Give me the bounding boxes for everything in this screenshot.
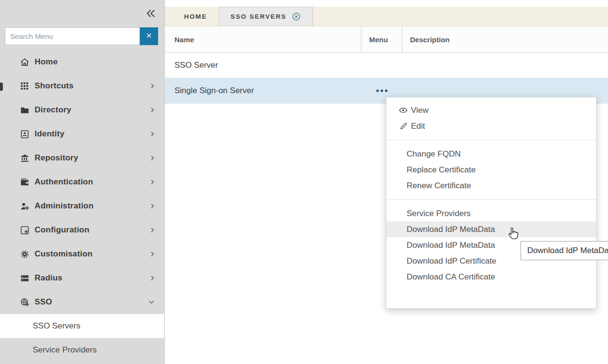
row-name: SSO Server (174, 61, 218, 70)
column-header-name: Name (165, 26, 361, 52)
menu-item-renew-certificate[interactable]: Renew Certificate (386, 178, 596, 194)
tooltip: Download IdP MetaData (521, 241, 608, 260)
sidebar-item-repository[interactable]: Repository (0, 146, 164, 170)
sidebar-item-label: Shortcuts (35, 81, 74, 91)
sidebar-item-sso-servers[interactable]: SSO Servers (0, 314, 164, 338)
chevron-right-icon (148, 178, 157, 186)
menu-item-edit[interactable]: Edit (386, 118, 596, 134)
menu-separator (386, 140, 596, 140)
sidebar-item-directory[interactable]: Directory (0, 98, 164, 122)
menu-item-label: Download CA Certificate (407, 272, 495, 282)
sidebar-item-service-providers[interactable]: Service Providers (0, 338, 164, 362)
tab-bar: HOME SSO SERVERS (165, 7, 608, 26)
chevron-right-icon (148, 82, 157, 90)
chevron-right-icon (148, 106, 157, 114)
menu-item-label: Edit (411, 121, 425, 131)
sidebar-item-label: Configuration (35, 225, 89, 235)
sidebar-item-customisation[interactable]: Customisation (0, 242, 164, 266)
chevron-right-icon (148, 154, 157, 162)
chevron-right-icon (148, 250, 157, 258)
menu-item-replace-certificate[interactable]: Replace Certificate (386, 162, 596, 178)
menu-separator (386, 199, 596, 200)
configuration-icon (19, 225, 30, 235)
menu-item-label: View (411, 106, 429, 115)
menu-item-label: Download IdP MetaData (407, 225, 495, 234)
identity-icon (19, 129, 30, 139)
menu-item-label: Change FQDN (407, 149, 460, 159)
tooltip-text: Download IdP MetaData (527, 246, 608, 255)
sidebar-item-label: Customisation (35, 249, 93, 259)
sidebar-search (0, 27, 164, 45)
sub-item-label: Service Providers (33, 345, 97, 355)
sidebar-item-label: Repository (35, 153, 78, 163)
sidebar-item-label: Authentication (35, 177, 93, 187)
sidebar-item-sso[interactable]: SSO (0, 290, 164, 314)
repository-icon (19, 153, 30, 163)
chevron-right-icon (148, 202, 157, 210)
sidebar-menu: Home Shortcuts Directory (0, 50, 164, 362)
administration-icon (19, 201, 30, 211)
menu-item-label: Service Providers (407, 209, 471, 218)
home-icon (19, 57, 30, 67)
menu-item-label: Renew Certificate (407, 181, 471, 191)
chevron-right-icon (148, 130, 157, 138)
chevron-right-icon (148, 274, 157, 282)
menu-item-service-providers[interactable]: Service Providers (386, 206, 596, 221)
search-clear-button[interactable] (140, 27, 158, 45)
close-icon (145, 32, 153, 41)
menu-item-label: Download IdP Certificate (407, 256, 496, 266)
sidebar-item-radius[interactable]: Radius (0, 266, 164, 290)
row-context-menu: View Edit Change FQDN Replace Certificat… (386, 97, 596, 309)
table-header: Name Menu Description (165, 26, 608, 53)
sub-item-label: SSO Servers (33, 321, 80, 331)
sidebar-item-label: Radius (35, 273, 62, 283)
sidebar: Home Shortcuts Directory (0, 0, 165, 364)
tab-label: HOME (184, 13, 207, 20)
menu-item-change-fqdn[interactable]: Change FQDN (386, 146, 596, 162)
menu-item-label: Replace Certificate (407, 165, 476, 175)
directory-icon (19, 105, 30, 115)
sso-icon (19, 297, 30, 307)
customisation-icon (19, 249, 30, 259)
sidebar-item-identity[interactable]: Identity (0, 122, 164, 146)
row-name: Single Sign-on Server (174, 86, 254, 96)
sidebar-item-home[interactable]: Home (0, 50, 164, 74)
sidebar-item-authentication[interactable]: Authentication (0, 170, 164, 194)
collapse-sidebar-icon[interactable] (143, 6, 158, 21)
tab-label: SSO SERVERS (231, 13, 286, 20)
table-row[interactable]: SSO Server (165, 53, 608, 78)
edge-handle (0, 83, 3, 91)
tab-sso-servers[interactable]: SSO SERVERS (219, 7, 313, 26)
row-actions-ellipsis-icon[interactable] (376, 90, 387, 92)
pencil-icon (398, 121, 408, 131)
menu-item-label: Download IdP MetaData (407, 241, 495, 250)
sidebar-item-shortcuts[interactable]: Shortcuts (0, 74, 164, 98)
tab-home[interactable]: HOME (173, 7, 219, 26)
chevron-down-icon (147, 298, 156, 306)
app-window: Home Shortcuts Directory (0, 0, 608, 364)
column-header-description: Description (402, 26, 608, 52)
chevron-right-icon (148, 226, 157, 234)
shortcuts-icon (19, 81, 30, 91)
sidebar-item-configuration[interactable]: Configuration (0, 218, 164, 242)
sidebar-item-label: SSO (35, 297, 52, 307)
authentication-icon (19, 177, 30, 187)
sidebar-header (0, 0, 164, 27)
sidebar-item-administration[interactable]: Administration (0, 194, 164, 218)
sidebar-item-label: Directory (35, 105, 71, 115)
menu-item-download-idp-metadata[interactable]: Download IdP MetaData (386, 221, 596, 237)
sidebar-item-label: Identity (35, 129, 64, 139)
sidebar-item-label: Home (35, 57, 58, 67)
tab-close-icon[interactable] (292, 12, 301, 21)
search-input[interactable] (5, 27, 140, 45)
radius-icon (19, 273, 30, 283)
main-content: HOME SSO SERVERS Name Menu Description S… (165, 0, 608, 364)
eye-icon (398, 106, 408, 115)
menu-item-view[interactable]: View (386, 102, 596, 118)
sidebar-item-label: Administration (35, 201, 94, 211)
menu-item-download-ca-certificate[interactable]: Download CA Certificate (386, 269, 596, 285)
column-header-menu: Menu (361, 26, 402, 52)
